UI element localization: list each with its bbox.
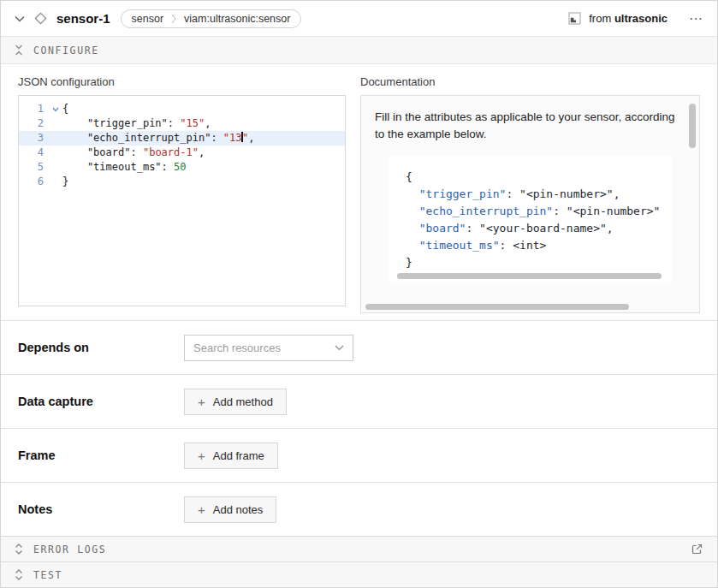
component-type-badge: sensor viam:ultrasonic:sensor [121, 9, 302, 28]
component-header: sensor-1 sensor viam:ultrasonic:sensor f… [1, 1, 717, 37]
component-card: sensor-1 sensor viam:ultrasonic:sensor f… [0, 0, 718, 588]
open-in-new-icon[interactable] [691, 543, 703, 555]
line-number: 3 [19, 131, 48, 146]
json-config-editor[interactable]: 1 { 2 "trigger_pin": "15", 3 "echo_inter… [18, 95, 346, 306]
search-resources-input[interactable] [193, 342, 335, 354]
documentation-label: Documentation [360, 75, 700, 88]
configure-label: CONFIGURE [33, 45, 99, 56]
line-number: 5 [19, 160, 48, 175]
editor-line: 1 { [19, 102, 345, 116]
code-text: "trigger_pin": "15", [62, 116, 211, 131]
error-logs-label: ERROR LOGS [33, 543, 106, 555]
plus-icon: + [198, 449, 205, 462]
from-module-label[interactable]: from ultrasonic [589, 12, 668, 25]
code-text: } [62, 175, 68, 189]
chevron-down-icon [335, 345, 344, 351]
data-capture-label: Data capture [18, 395, 184, 408]
line-number: 6 [19, 175, 48, 189]
documentation-panel: Fill in the attributes as applicable to … [360, 95, 700, 313]
add-frame-button[interactable]: + Add frame [184, 442, 278, 469]
collapse-vertical-icon [15, 45, 23, 56]
notes-label: Notes [18, 502, 184, 516]
data-capture-row: Data capture + Add method [1, 374, 717, 428]
fold-gutter [48, 116, 62, 131]
editor-line: 6 } [19, 175, 345, 189]
line-number: 4 [19, 146, 48, 160]
code-horizontal-scrollbar[interactable] [397, 273, 662, 279]
fold-gutter [48, 131, 62, 146]
editor-line: 4 "board": "board-1", [19, 146, 345, 160]
editor-line: 2 "trigger_pin": "15", [19, 116, 345, 131]
code-text: "echo_interrupt_pin": "13", [62, 131, 255, 146]
fold-gutter [48, 175, 62, 189]
component-title: sensor-1 [56, 11, 110, 26]
editor-line: 5 "timeout_ms": 50 [19, 160, 345, 175]
expand-vertical-icon [15, 543, 23, 555]
code-text: "timeout_ms": 50 [62, 160, 187, 175]
depends-on-label: Depends on [18, 341, 184, 354]
configure-body: JSON configuration 1 { 2 "trigger_pin": … [1, 64, 717, 320]
expand-vertical-icon [15, 569, 23, 580]
line-number: 2 [19, 116, 48, 131]
fold-chevron-icon[interactable] [48, 102, 62, 116]
add-notes-button[interactable]: + Add notes [184, 496, 276, 523]
depends-on-select[interactable] [184, 335, 353, 361]
fold-gutter [48, 146, 62, 160]
doc-vertical-scrollbar[interactable] [689, 104, 696, 148]
editor-active-line: 3 "echo_interrupt_pin": "13", [19, 131, 345, 146]
test-label: TEST [33, 569, 62, 581]
code-text: "board": "board-1", [62, 146, 205, 160]
collapse-chevron-icon[interactable] [15, 15, 25, 22]
doc-horizontal-scrollbar[interactable] [365, 304, 629, 310]
documentation-code-block: { "trigger_pin": "<pin-number>", "echo_i… [389, 156, 672, 283]
plus-icon: + [198, 395, 205, 408]
fold-gutter [48, 160, 62, 175]
depends-on-row: Depends on [1, 320, 717, 374]
code-text: { [62, 102, 68, 116]
chevron-separator-icon [171, 14, 176, 24]
notes-row: Notes + Add notes [1, 482, 717, 536]
json-config-label: JSON configuration [18, 75, 346, 88]
model-badge-label: viam:ultrasonic:sensor [184, 13, 290, 25]
frame-row: Frame + Add frame [1, 428, 717, 482]
line-number: 1 [19, 102, 48, 116]
type-badge-label: sensor [132, 13, 164, 25]
add-method-button[interactable]: + Add method [184, 389, 287, 415]
sensor-diamond-icon [33, 11, 48, 26]
documentation-intro: Fill in the attributes as applicable to … [375, 109, 677, 144]
module-icon [568, 12, 581, 25]
error-logs-section-bar[interactable]: ERROR LOGS [1, 536, 717, 561]
more-menu-button[interactable]: ⋯ [687, 10, 705, 27]
plus-icon: + [198, 503, 205, 516]
test-section-bar[interactable]: TEST [1, 561, 717, 587]
frame-label: Frame [18, 448, 184, 462]
configure-section-bar[interactable]: CONFIGURE [1, 37, 717, 64]
